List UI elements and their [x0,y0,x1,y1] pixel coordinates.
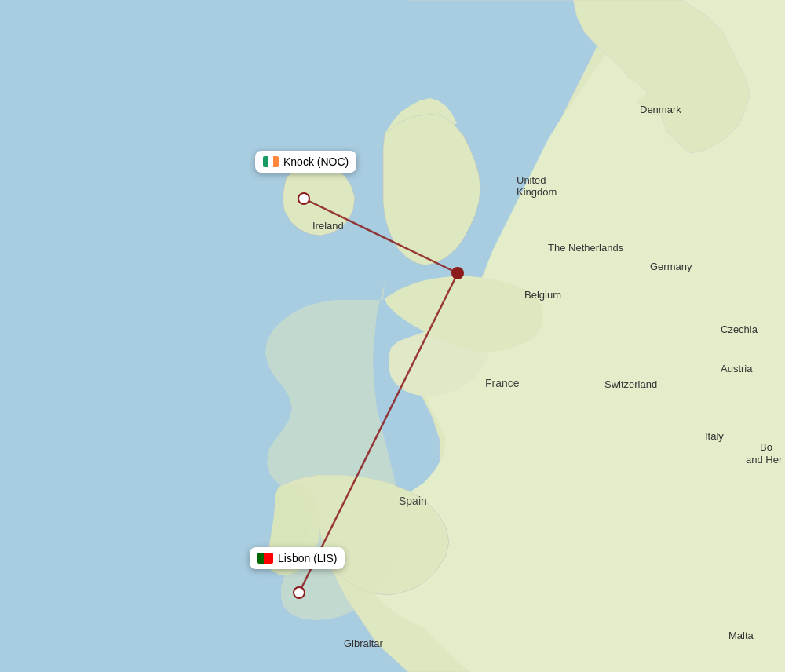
knock-airport-label: Knock (NOC) [255,151,356,173]
map-container: Knock (NOC) Lisbon (LIS) Denmark UnitedK… [0,0,785,672]
ireland-flag [263,156,279,167]
svg-point-4 [298,193,309,204]
svg-point-5 [294,587,305,598]
svg-point-3 [451,267,464,279]
portugal-flag [257,553,273,564]
map-svg [0,0,785,672]
lisbon-airport-label: Lisbon (LIS) [250,547,345,569]
knock-airport-name: Knock (NOC) [283,155,349,168]
lisbon-airport-name: Lisbon (LIS) [278,552,337,564]
